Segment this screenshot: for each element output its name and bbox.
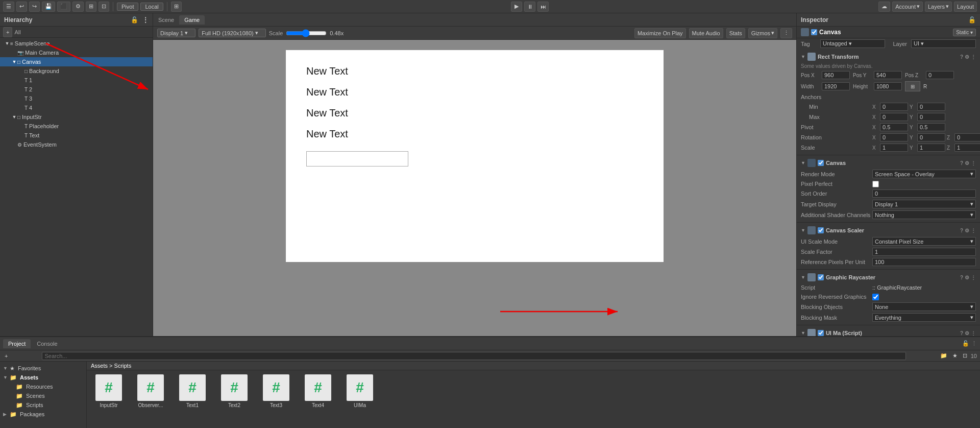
display-dropdown[interactable]: Display 1 ▾ (157, 29, 195, 37)
static-badge[interactable]: Static ▾ (953, 29, 976, 36)
scaler-settings-icon[interactable]: ⚙ (965, 228, 969, 233)
scaler-checkbox[interactable] (818, 227, 824, 233)
shader-channels-dropdown[interactable]: Nothing ▾ (872, 210, 976, 219)
settings-button[interactable]: ⚙ (72, 2, 84, 12)
pause-button[interactable]: ⏸ (524, 2, 535, 12)
play-button[interactable]: ▶ (511, 2, 522, 12)
uima-menu-icon[interactable]: ⋮ (971, 330, 976, 336)
file-item-inputstr[interactable]: #InputStr (91, 374, 127, 408)
tag-dropdown[interactable]: Untagged ▾ (820, 39, 885, 48)
hierarchy-item-1[interactable]: T1 (0, 76, 153, 85)
pos-y-field[interactable] (874, 71, 902, 79)
hierarchy-lock-icon[interactable]: 🔓 (131, 16, 138, 23)
scale-y[interactable] (917, 144, 945, 152)
anchor-max-y[interactable] (917, 113, 945, 121)
project-tree-item-favorites[interactable]: ▼★Favorites (0, 364, 86, 373)
scale-z[interactable] (954, 144, 980, 152)
raycaster-help-icon[interactable]: ? (960, 275, 963, 280)
step-button[interactable]: ⏭ (537, 2, 549, 12)
layers-button[interactable]: Layers ▾ (925, 2, 952, 12)
width-field[interactable] (822, 82, 850, 90)
hierarchy-item-4[interactable]: T4 (0, 103, 153, 112)
scale-x[interactable] (880, 144, 908, 152)
layer-dropdown[interactable]: UI ▾ (911, 39, 976, 48)
ref-pixels-field[interactable] (872, 258, 976, 266)
canvas-collapse-icon[interactable]: ▼ (801, 160, 805, 165)
mute-audio-btn[interactable]: Mute Audio (689, 28, 723, 38)
scene-tab[interactable]: Scene (153, 15, 179, 25)
scaler-menu-icon[interactable]: ⋮ (971, 228, 976, 233)
rot-z[interactable] (954, 133, 980, 141)
vertex-snapping[interactable]: ⊞ (171, 2, 182, 12)
project-search-input[interactable] (42, 352, 905, 360)
hierarchy-item-samplescene[interactable]: ▼≡SampleScene (0, 39, 153, 48)
hierarchy-item-text[interactable]: TText (0, 131, 153, 140)
game-input-field[interactable] (306, 151, 408, 167)
menu-button[interactable]: ☰ (3, 2, 14, 12)
raycaster-checkbox[interactable] (818, 274, 824, 280)
pos-z-field[interactable] (926, 71, 954, 79)
pos-x-field[interactable] (822, 71, 850, 79)
ignore-reversed-checkbox[interactable] (872, 294, 879, 300)
hierarchy-item-background[interactable]: □Background (0, 66, 153, 76)
stats-btn[interactable]: Stats (726, 28, 745, 38)
project-filter-btn[interactable]: ⊡ (961, 352, 969, 359)
project-folder-btn[interactable]: 📁 (939, 352, 949, 359)
project-star-btn[interactable]: ★ (951, 352, 959, 359)
canvas-comp-checkbox[interactable] (818, 160, 824, 166)
hierarchy-item-maincamera[interactable]: 📷Main Camera (0, 48, 153, 57)
pixel-perfect-checkbox[interactable] (872, 181, 879, 187)
project-tab[interactable]: Project (3, 339, 31, 348)
pivot-x[interactable] (880, 123, 908, 131)
local-button[interactable]: Local (140, 3, 163, 11)
pivot-button[interactable]: Pivot (117, 3, 138, 11)
rect-help-icon[interactable]: ? (960, 54, 963, 60)
blocking-objects-dropdown[interactable]: None ▾ (872, 302, 976, 311)
hierarchy-item-canvas[interactable]: ▼□Canvas (0, 57, 153, 66)
canvas-menu-icon[interactable]: ⋮ (971, 160, 976, 166)
uima-settings-icon[interactable]: ⚙ (965, 330, 969, 336)
height-field[interactable] (874, 82, 902, 90)
project-menu-icon[interactable]: ⋮ (971, 340, 977, 347)
sort-order-field[interactable] (872, 189, 976, 198)
pivot-y[interactable] (917, 123, 945, 131)
file-item-text3[interactable]: #Text3 (258, 374, 294, 408)
rect-menu-icon[interactable]: ⚙ (965, 54, 969, 60)
canvas-help-icon[interactable]: ? (960, 160, 963, 166)
file-item-text1[interactable]: #Text1 (175, 374, 210, 408)
canvas-active-checkbox[interactable] (811, 29, 817, 35)
file-item-text2[interactable]: #Text2 (216, 374, 252, 408)
anchor-min-x[interactable] (880, 103, 908, 111)
rect-overflow-icon[interactable]: ⋮ (971, 54, 976, 60)
rot-y[interactable] (917, 133, 945, 141)
snap-button[interactable]: ⊡ (99, 2, 109, 12)
blocking-mask-dropdown[interactable]: Everything ▾ (872, 313, 976, 322)
uima-collapse-icon[interactable]: ▼ (801, 330, 805, 336)
console-tab[interactable]: Console (32, 339, 62, 348)
project-tree-item-scripts[interactable]: 📁Scripts (0, 400, 86, 410)
file-item-text4[interactable]: #Text4 (300, 374, 336, 408)
raycaster-settings-icon[interactable]: ⚙ (965, 275, 969, 280)
scale-factor-field[interactable] (872, 248, 976, 256)
hierarchy-item-2[interactable]: T2 (0, 85, 153, 94)
cloud-button[interactable]: ☁ (878, 2, 890, 12)
inspector-lock-icon[interactable]: 🔓 (968, 16, 976, 23)
target-display-dropdown[interactable]: Display 1 ▾ (872, 200, 976, 208)
file-item-observer[interactable]: #Observer... (133, 374, 168, 408)
scaler-help-icon[interactable]: ? (960, 228, 963, 233)
account-button[interactable]: Account ▾ (892, 2, 923, 12)
ui-scale-dropdown[interactable]: Constant Pixel Size ▾ (872, 237, 976, 246)
rot-x[interactable] (880, 133, 908, 141)
hierarchy-item-placeholder[interactable]: TPlaceholder (0, 122, 153, 131)
project-tree-item-assets[interactable]: ▼📁Assets (0, 373, 86, 382)
scale-slider[interactable] (286, 29, 327, 37)
game-menu-btn[interactable]: ⋮ (780, 28, 792, 38)
hierarchy-item-inputstr[interactable]: ▼□InputStr (0, 112, 153, 122)
file-item-uima[interactable]: #UIMa (342, 374, 378, 408)
canvas-settings-icon[interactable]: ⚙ (965, 160, 969, 166)
hierarchy-menu-icon[interactable]: ⋮ (142, 16, 149, 23)
anchor-min-y[interactable] (917, 103, 945, 111)
hierarchy-item-eventsystem[interactable]: ⚙EventSystem (0, 140, 153, 149)
rect-collapse-icon[interactable]: ▼ (801, 54, 805, 59)
project-tree-item-packages[interactable]: ▶📁Packages (0, 410, 86, 419)
